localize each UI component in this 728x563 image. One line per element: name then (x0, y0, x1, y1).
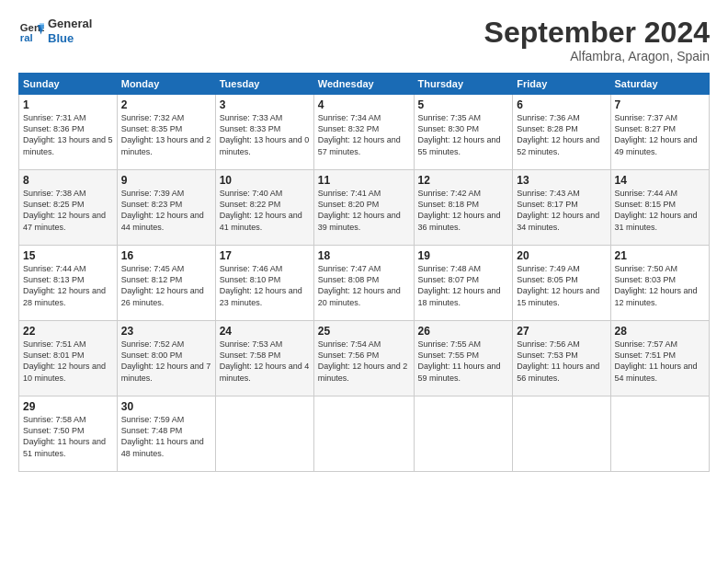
table-row: 6Sunrise: 7:36 AMSunset: 8:28 PMDaylight… (513, 95, 610, 170)
table-row: 16Sunrise: 7:45 AMSunset: 8:12 PMDayligh… (117, 246, 215, 321)
table-row: 10Sunrise: 7:40 AMSunset: 8:22 PMDayligh… (215, 170, 313, 246)
table-row: 25Sunrise: 7:54 AMSunset: 7:56 PMDayligh… (313, 321, 414, 396)
table-row: 26Sunrise: 7:55 AMSunset: 7:55 PMDayligh… (414, 321, 513, 396)
table-row: 1Sunrise: 7:31 AMSunset: 8:36 PMDaylight… (19, 95, 118, 170)
th-monday: Monday (117, 74, 215, 95)
table-row: 18Sunrise: 7:47 AMSunset: 8:08 PMDayligh… (313, 246, 414, 321)
table-row: 5Sunrise: 7:35 AMSunset: 8:30 PMDaylight… (414, 95, 513, 170)
table-row: 9Sunrise: 7:39 AMSunset: 8:23 PMDaylight… (117, 170, 215, 246)
calendar-page: Gene- ral General Blue September 2024 Al… (0, 0, 728, 563)
table-row: 13Sunrise: 7:43 AMSunset: 8:17 PMDayligh… (513, 170, 610, 246)
logo-text-line1: General (48, 17, 92, 31)
th-friday: Friday (513, 74, 610, 95)
logo-text-line2: Blue (48, 31, 92, 46)
table-row: 19Sunrise: 7:48 AMSunset: 8:07 PMDayligh… (414, 246, 513, 321)
th-thursday: Thursday (414, 74, 513, 95)
table-row: 28Sunrise: 7:57 AMSunset: 7:51 PMDayligh… (610, 321, 709, 396)
table-row: 17Sunrise: 7:46 AMSunset: 8:10 PMDayligh… (215, 246, 313, 321)
table-row: 20Sunrise: 7:49 AMSunset: 8:05 PMDayligh… (513, 246, 610, 321)
table-row (513, 396, 610, 472)
calendar-table: Sunday Monday Tuesday Wednesday Thursday… (18, 73, 710, 472)
table-row: 8Sunrise: 7:38 AMSunset: 8:25 PMDaylight… (19, 170, 118, 246)
logo-icon: Gene- ral (18, 18, 44, 44)
table-row: 4Sunrise: 7:34 AMSunset: 8:32 PMDaylight… (313, 95, 414, 170)
logo: Gene- ral General Blue (18, 17, 92, 45)
location: Alfambra, Aragon, Spain (484, 49, 710, 63)
table-row: 7Sunrise: 7:37 AMSunset: 8:27 PMDaylight… (610, 95, 709, 170)
table-row: 30Sunrise: 7:59 AMSunset: 7:48 PMDayligh… (117, 396, 215, 472)
table-row: 27Sunrise: 7:56 AMSunset: 7:53 PMDayligh… (513, 321, 610, 396)
table-row: 21Sunrise: 7:50 AMSunset: 8:03 PMDayligh… (610, 246, 709, 321)
table-row: 24Sunrise: 7:53 AMSunset: 7:58 PMDayligh… (215, 321, 313, 396)
header: Gene- ral General Blue September 2024 Al… (18, 17, 710, 63)
table-row: 3Sunrise: 7:33 AMSunset: 8:33 PMDaylight… (215, 95, 313, 170)
th-wednesday: Wednesday (313, 74, 414, 95)
header-row: Sunday Monday Tuesday Wednesday Thursday… (19, 74, 710, 95)
table-row (414, 396, 513, 472)
table-row: 2Sunrise: 7:32 AMSunset: 8:35 PMDaylight… (117, 95, 215, 170)
table-row (610, 396, 709, 472)
table-row (313, 396, 414, 472)
th-sunday: Sunday (19, 74, 118, 95)
table-row: 11Sunrise: 7:41 AMSunset: 8:20 PMDayligh… (313, 170, 414, 246)
table-row: 22Sunrise: 7:51 AMSunset: 8:01 PMDayligh… (19, 321, 118, 396)
th-saturday: Saturday (610, 74, 709, 95)
title-block: September 2024 Alfambra, Aragon, Spain (484, 17, 710, 63)
table-row: 14Sunrise: 7:44 AMSunset: 8:15 PMDayligh… (610, 170, 709, 246)
table-row: 29Sunrise: 7:58 AMSunset: 7:50 PMDayligh… (19, 396, 118, 472)
month-title: September 2024 (484, 17, 710, 49)
svg-text:ral: ral (20, 31, 33, 42)
table-row: 23Sunrise: 7:52 AMSunset: 8:00 PMDayligh… (117, 321, 215, 396)
th-tuesday: Tuesday (215, 74, 313, 95)
table-row (215, 396, 313, 472)
table-row: 15Sunrise: 7:44 AMSunset: 8:13 PMDayligh… (19, 246, 118, 321)
table-row: 12Sunrise: 7:42 AMSunset: 8:18 PMDayligh… (414, 170, 513, 246)
